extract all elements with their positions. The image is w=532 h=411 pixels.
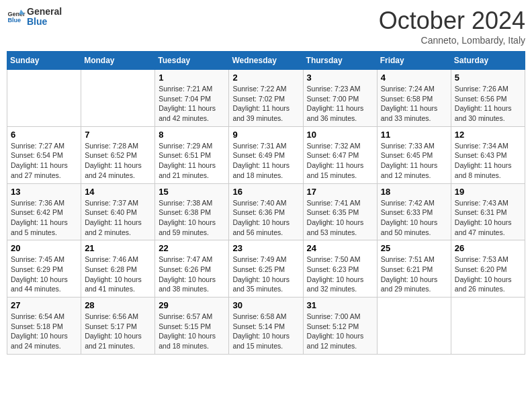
- day-detail: Sunrise: 7:43 AM Sunset: 6:31 PM Dayligh…: [455, 198, 521, 238]
- day-number: 18: [381, 187, 447, 197]
- day-number: 3: [307, 73, 373, 83]
- calendar-week-row: 6Sunrise: 7:27 AM Sunset: 6:54 PM Daylig…: [7, 126, 525, 183]
- day-number: 22: [159, 243, 225, 253]
- day-number: 5: [455, 73, 521, 83]
- calendar-week-row: 20Sunrise: 7:45 AM Sunset: 6:29 PM Dayli…: [7, 240, 525, 298]
- day-number: 4: [381, 73, 447, 83]
- day-number: 25: [381, 243, 447, 253]
- calendar-cell: [7, 70, 81, 127]
- day-detail: Sunrise: 6:58 AM Sunset: 5:14 PM Dayligh…: [232, 312, 299, 351]
- calendar-cell: 18Sunrise: 7:42 AM Sunset: 6:33 PM Dayli…: [377, 183, 451, 240]
- day-detail: Sunrise: 7:38 AM Sunset: 6:38 PM Dayligh…: [159, 198, 225, 238]
- day-number: 15: [159, 187, 225, 197]
- page-header: General Blue General Blue October 2024 C…: [7, 7, 525, 46]
- calendar-cell: 8Sunrise: 7:29 AM Sunset: 6:51 PM Daylig…: [155, 126, 229, 183]
- day-number: 21: [85, 243, 151, 253]
- day-number: 7: [85, 130, 151, 140]
- svg-text:Blue: Blue: [7, 17, 21, 24]
- calendar-cell: 3Sunrise: 7:23 AM Sunset: 7:00 PM Daylig…: [303, 70, 377, 127]
- day-number: 28: [85, 300, 151, 310]
- calendar-cell: [377, 298, 451, 355]
- day-number: 20: [11, 243, 77, 253]
- calendar-week-row: 13Sunrise: 7:36 AM Sunset: 6:42 PM Dayli…: [7, 183, 525, 240]
- calendar-week-row: 1Sunrise: 7:21 AM Sunset: 7:04 PM Daylig…: [7, 70, 525, 127]
- logo-icon: General Blue: [7, 7, 26, 26]
- day-detail: Sunrise: 7:23 AM Sunset: 7:00 PM Dayligh…: [307, 84, 373, 124]
- calendar-cell: 26Sunrise: 7:53 AM Sunset: 6:20 PM Dayli…: [451, 240, 525, 298]
- calendar-cell: 12Sunrise: 7:34 AM Sunset: 6:43 PM Dayli…: [451, 126, 525, 183]
- title-block: October 2024 Canneto, Lombardy, Italy: [379, 7, 525, 46]
- calendar-week-row: 27Sunrise: 6:54 AM Sunset: 5:18 PM Dayli…: [7, 298, 525, 355]
- logo-text-line1: General: [27, 7, 62, 17]
- calendar-cell: 23Sunrise: 7:49 AM Sunset: 6:25 PM Dayli…: [229, 240, 303, 298]
- calendar-cell: 29Sunrise: 6:57 AM Sunset: 5:15 PM Dayli…: [155, 298, 229, 355]
- calendar-cell: 17Sunrise: 7:41 AM Sunset: 6:35 PM Dayli…: [303, 183, 377, 240]
- day-detail: Sunrise: 6:57 AM Sunset: 5:15 PM Dayligh…: [159, 312, 225, 351]
- day-detail: Sunrise: 7:32 AM Sunset: 6:47 PM Dayligh…: [307, 141, 373, 181]
- calendar-cell: [451, 298, 525, 355]
- calendar-cell: 22Sunrise: 7:47 AM Sunset: 6:26 PM Dayli…: [155, 240, 229, 298]
- day-number: 30: [232, 300, 299, 310]
- day-number: 29: [159, 300, 225, 310]
- month-title: October 2024: [379, 7, 525, 35]
- calendar-cell: 24Sunrise: 7:50 AM Sunset: 6:23 PM Dayli…: [303, 240, 377, 298]
- day-detail: Sunrise: 7:00 AM Sunset: 5:12 PM Dayligh…: [307, 312, 373, 351]
- calendar-cell: 10Sunrise: 7:32 AM Sunset: 6:47 PM Dayli…: [303, 126, 377, 183]
- day-number: 8: [159, 130, 225, 140]
- day-number: 26: [455, 243, 521, 253]
- day-detail: Sunrise: 7:22 AM Sunset: 7:02 PM Dayligh…: [232, 84, 299, 124]
- day-detail: Sunrise: 7:26 AM Sunset: 6:56 PM Dayligh…: [455, 84, 521, 124]
- calendar-cell: 15Sunrise: 7:38 AM Sunset: 6:38 PM Dayli…: [155, 183, 229, 240]
- day-detail: Sunrise: 7:51 AM Sunset: 6:21 PM Dayligh…: [381, 255, 447, 294]
- day-detail: Sunrise: 7:50 AM Sunset: 6:23 PM Dayligh…: [307, 255, 373, 294]
- calendar-cell: 5Sunrise: 7:26 AM Sunset: 6:56 PM Daylig…: [451, 70, 525, 127]
- calendar-cell: 14Sunrise: 7:37 AM Sunset: 6:40 PM Dayli…: [81, 183, 155, 240]
- day-detail: Sunrise: 7:41 AM Sunset: 6:35 PM Dayligh…: [307, 198, 373, 238]
- day-detail: Sunrise: 7:49 AM Sunset: 6:25 PM Dayligh…: [232, 255, 299, 294]
- day-detail: Sunrise: 7:46 AM Sunset: 6:28 PM Dayligh…: [85, 255, 151, 294]
- day-detail: Sunrise: 7:37 AM Sunset: 6:40 PM Dayligh…: [85, 198, 151, 238]
- day-detail: Sunrise: 7:47 AM Sunset: 6:26 PM Dayligh…: [159, 255, 225, 294]
- day-number: 2: [232, 73, 299, 83]
- day-number: 13: [11, 187, 77, 197]
- calendar-cell: 21Sunrise: 7:46 AM Sunset: 6:28 PM Dayli…: [81, 240, 155, 298]
- calendar-cell: 20Sunrise: 7:45 AM Sunset: 6:29 PM Dayli…: [7, 240, 81, 298]
- calendar-cell: 27Sunrise: 6:54 AM Sunset: 5:18 PM Dayli…: [7, 298, 81, 355]
- day-number: 6: [11, 130, 77, 140]
- day-detail: Sunrise: 7:36 AM Sunset: 6:42 PM Dayligh…: [11, 198, 77, 238]
- day-header-monday: Monday: [81, 52, 155, 70]
- calendar-cell: 11Sunrise: 7:33 AM Sunset: 6:45 PM Dayli…: [377, 126, 451, 183]
- day-header-friday: Friday: [377, 52, 451, 70]
- logo: General Blue General Blue: [7, 7, 62, 28]
- calendar-cell: 31Sunrise: 7:00 AM Sunset: 5:12 PM Dayli…: [303, 298, 377, 355]
- day-number: 17: [307, 187, 373, 197]
- day-detail: Sunrise: 7:21 AM Sunset: 7:04 PM Dayligh…: [159, 84, 225, 124]
- day-number: 19: [455, 187, 521, 197]
- day-header-sunday: Sunday: [7, 52, 81, 70]
- day-detail: Sunrise: 7:53 AM Sunset: 6:20 PM Dayligh…: [455, 255, 521, 294]
- day-number: 16: [232, 187, 299, 197]
- day-detail: Sunrise: 7:27 AM Sunset: 6:54 PM Dayligh…: [11, 141, 77, 181]
- calendar-cell: 16Sunrise: 7:40 AM Sunset: 6:36 PM Dayli…: [229, 183, 303, 240]
- calendar-cell: 28Sunrise: 6:56 AM Sunset: 5:17 PM Dayli…: [81, 298, 155, 355]
- day-detail: Sunrise: 7:45 AM Sunset: 6:29 PM Dayligh…: [11, 255, 77, 294]
- day-number: 23: [232, 243, 299, 253]
- day-number: 14: [85, 187, 151, 197]
- day-number: 10: [307, 130, 373, 140]
- day-number: 1: [159, 73, 225, 83]
- day-header-thursday: Thursday: [303, 52, 377, 70]
- location-subtitle: Canneto, Lombardy, Italy: [379, 35, 525, 46]
- calendar-cell: 25Sunrise: 7:51 AM Sunset: 6:21 PM Dayli…: [377, 240, 451, 298]
- day-detail: Sunrise: 7:28 AM Sunset: 6:52 PM Dayligh…: [85, 141, 151, 181]
- day-header-tuesday: Tuesday: [155, 52, 229, 70]
- day-detail: Sunrise: 7:24 AM Sunset: 6:58 PM Dayligh…: [381, 84, 447, 124]
- day-number: 27: [11, 300, 77, 310]
- calendar-cell: 30Sunrise: 6:58 AM Sunset: 5:14 PM Dayli…: [229, 298, 303, 355]
- calendar-cell: 13Sunrise: 7:36 AM Sunset: 6:42 PM Dayli…: [7, 183, 81, 240]
- day-number: 9: [232, 130, 299, 140]
- calendar-header-row: SundayMondayTuesdayWednesdayThursdayFrid…: [7, 52, 525, 70]
- calendar-cell: 2Sunrise: 7:22 AM Sunset: 7:02 PM Daylig…: [229, 70, 303, 127]
- day-detail: Sunrise: 7:29 AM Sunset: 6:51 PM Dayligh…: [159, 141, 225, 181]
- calendar-cell: [81, 70, 155, 127]
- calendar-cell: 1Sunrise: 7:21 AM Sunset: 7:04 PM Daylig…: [155, 70, 229, 127]
